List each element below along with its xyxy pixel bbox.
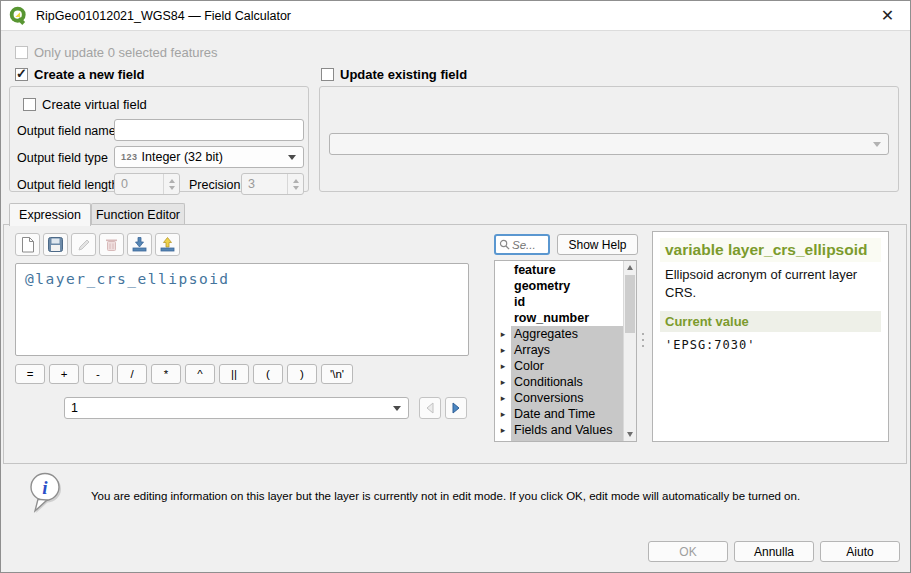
export-expression-button[interactable]: [155, 233, 180, 256]
operator-open-paren-button[interactable]: (: [253, 364, 283, 384]
operator-plus-button[interactable]: +: [49, 364, 79, 384]
new-expression-button[interactable]: [15, 233, 40, 256]
pencil-icon: [77, 238, 91, 252]
help-current-value-heading: Current value: [660, 311, 881, 332]
next-arrow-icon: [450, 402, 462, 414]
ok-button-label: OK: [679, 545, 696, 559]
list-group-item[interactable]: ▸Conditionals: [495, 374, 623, 390]
operator-multiply-button[interactable]: *: [151, 364, 181, 384]
list-group-item[interactable]: ▸Fields and Values: [495, 422, 623, 438]
search-icon: [499, 239, 510, 250]
operator-minus-button[interactable]: -: [83, 364, 113, 384]
expand-arrow-icon[interactable]: ▸: [495, 374, 511, 390]
output-field-type-label: Output field type: [17, 151, 108, 165]
output-field-type-value: Integer (32 bit): [142, 150, 223, 164]
create-new-field-checkbox-box[interactable]: [15, 68, 28, 81]
ok-button: OK: [648, 541, 728, 562]
operator-label: ): [300, 368, 304, 380]
expand-arrow-icon[interactable]: ▸: [495, 358, 511, 374]
expand-arrow-icon[interactable]: ▸: [495, 390, 511, 406]
existing-field-dropdown: [329, 133, 889, 155]
expand-arrow-icon[interactable]: ▸: [495, 422, 511, 438]
expand-arrow-icon[interactable]: ▸: [495, 406, 511, 422]
operator-equals-button[interactable]: =: [15, 364, 45, 384]
output-field-name-input[interactable]: [114, 119, 304, 141]
help-panel: variable layer_crs_ellipsoid Ellipsoid a…: [652, 231, 889, 442]
operator-label: ||: [231, 368, 237, 380]
list-item[interactable]: feature: [495, 262, 623, 278]
function-list[interactable]: feature geometry id row_number ▸Aggregat…: [494, 260, 637, 442]
output-field-name-label: Output field name: [17, 124, 116, 138]
feature-dropdown[interactable]: 1: [64, 397, 409, 419]
function-list-scrollbar[interactable]: [623, 261, 636, 441]
expand-arrow-icon[interactable]: ▸: [495, 342, 511, 358]
help-description: Ellipsoid acronym of current layer CRS.: [665, 266, 876, 301]
expression-text: @layer_crs_ellipsoid: [25, 271, 230, 287]
function-search[interactable]: [494, 234, 550, 255]
svg-text:i: i: [42, 477, 48, 498]
operator-newline-button[interactable]: '\n': [321, 364, 353, 384]
chevron-down-icon: [393, 406, 401, 411]
show-help-button[interactable]: Show Help: [557, 234, 638, 255]
save-expression-button[interactable]: [43, 233, 68, 256]
list-group-item[interactable]: ▸Arrays: [495, 342, 623, 358]
new-file-icon: [21, 237, 35, 253]
update-existing-field-checkbox-box[interactable]: [321, 68, 334, 81]
info-balloon-icon: i: [27, 472, 65, 516]
scroll-down-icon[interactable]: [624, 428, 636, 441]
title-bar: RipGeo01012021_WGS84 — Field Calculator: [1, 1, 910, 31]
spinner-arrows-icon: [163, 174, 179, 194]
function-search-input[interactable]: [512, 239, 542, 251]
help-button[interactable]: Aiuto: [820, 541, 900, 562]
list-item[interactable]: id: [495, 294, 623, 310]
list-group-item[interactable]: ▸Conversions: [495, 390, 623, 406]
operator-divide-button[interactable]: /: [117, 364, 147, 384]
close-button[interactable]: ✕: [865, 1, 910, 30]
list-item[interactable]: row_number: [495, 310, 623, 326]
create-virtual-field-checkbox[interactable]: Create virtual field: [23, 97, 147, 112]
tab-function-editor-label: Function Editor: [96, 208, 180, 222]
operator-close-paren-button[interactable]: ): [287, 364, 317, 384]
output-field-type-dropdown[interactable]: 123 Integer (32 bit): [114, 146, 304, 168]
next-feature-button[interactable]: [445, 397, 467, 419]
update-existing-field-label: Update existing field: [340, 67, 467, 82]
list-group-item[interactable]: ▸Aggregates: [495, 326, 623, 342]
window-title: RipGeo01012021_WGS84 — Field Calculator: [36, 9, 291, 23]
create-virtual-field-label: Create virtual field: [42, 97, 147, 112]
operator-concat-button[interactable]: ||: [219, 364, 249, 384]
operator-label: '\n': [330, 368, 344, 380]
scrollbar-thumb[interactable]: [625, 275, 635, 333]
list-group-item[interactable]: ▸Files and Paths: [495, 438, 623, 442]
qgis-icon: [9, 6, 28, 25]
output-field-length-spinner: 0: [114, 173, 180, 195]
tab-expression[interactable]: Expression: [9, 203, 91, 226]
create-virtual-field-checkbox-box[interactable]: [23, 98, 36, 111]
list-group-item[interactable]: ▸Date and Time: [495, 406, 623, 422]
help-current-value: 'EPSG:7030': [665, 338, 876, 352]
operator-label: +: [61, 368, 68, 380]
cancel-button[interactable]: Annulla: [734, 541, 814, 562]
operator-label: (: [266, 368, 270, 380]
operator-label: /: [130, 368, 133, 380]
list-item[interactable]: geometry: [495, 278, 623, 294]
operator-power-button[interactable]: ^: [185, 364, 215, 384]
help-button-label: Aiuto: [846, 545, 873, 559]
import-expression-button[interactable]: [127, 233, 152, 256]
update-existing-field-checkbox[interactable]: Update existing field: [321, 67, 467, 82]
only-update-checkbox: Only update 0 selected features: [15, 45, 218, 60]
expression-editor[interactable]: @layer_crs_ellipsoid: [15, 263, 469, 356]
list-group-item[interactable]: ▸Color: [495, 358, 623, 374]
show-help-label: Show Help: [568, 238, 626, 252]
expand-arrow-icon[interactable]: ▸: [495, 326, 511, 342]
scroll-up-icon[interactable]: [624, 261, 636, 274]
precision-value: 3: [248, 177, 255, 191]
expand-arrow-icon[interactable]: ▸: [495, 438, 511, 442]
trash-icon: [105, 238, 118, 252]
splitter-handle[interactable]: [641, 333, 645, 363]
operator-label: =: [27, 368, 34, 380]
tab-function-editor[interactable]: Function Editor: [91, 203, 185, 225]
create-new-field-label: Create a new field: [34, 67, 145, 82]
operator-label: *: [164, 368, 168, 380]
create-new-field-checkbox[interactable]: Create a new field: [15, 67, 145, 82]
precision-label: Precision: [189, 178, 240, 192]
